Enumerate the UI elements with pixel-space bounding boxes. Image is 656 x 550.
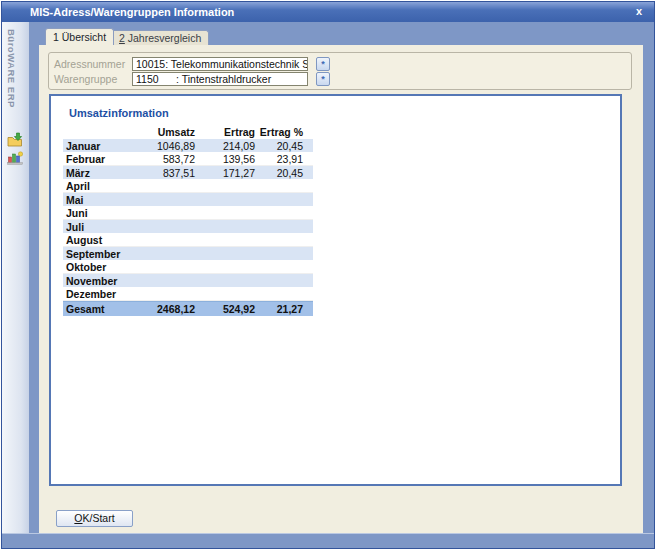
warengruppe-label: Warengruppe [54,73,132,85]
month-cell: Februar [63,153,141,165]
month-cell: April [63,180,141,192]
total-pct-cell: 21,27 [255,303,303,315]
table-row: August [63,233,313,247]
total-label-cell: Gesamt [63,303,141,315]
ertrag-cell: 139,56 [195,153,255,165]
table-row: Dezember [63,287,313,301]
warengruppe-lookup-icon[interactable]: * [316,72,330,86]
filter-groupbox: Adressnummer 10015: Telekommunikationste… [48,52,632,90]
table-row: März 837,51 171,27 20,45 [63,166,313,179]
total-umsatz-cell: 2468,12 [141,303,195,315]
header-ertrag-pct: Ertrag % [255,126,303,138]
table-row: Mai [63,193,313,206]
header-ertrag: Ertrag [195,126,255,138]
ertrag-cell: 214,09 [195,140,255,152]
table-row: April [63,179,313,193]
table-row: September [63,247,313,260]
umsatz-table: Umsatz Ertrag Ertrag % Januar 1046,89 21… [63,124,313,316]
ertrag-cell: 171,27 [195,167,255,179]
month-cell: Dezember [63,288,141,300]
ok-start-button[interactable]: OK/Start [56,510,133,527]
month-cell: Januar [63,140,141,152]
left-sidebar: BüroWARE ERP [2,22,29,533]
folder-import-icon[interactable] [7,132,24,148]
umsatz-cell: 1046,89 [141,140,195,152]
window-title: MIS-Adress/Warengruppen Information [30,6,234,18]
panel-title: Umsatzinformation [69,107,169,119]
app-window: MIS-Adress/Warengruppen Information x Bü… [1,1,655,549]
warengruppe-field[interactable]: 1150 : Tintenstrahldrucker [132,72,308,86]
table-row: Januar 1046,89 214,09 20,45 [63,139,313,152]
pct-cell: 20,45 [255,167,303,179]
table-row: Oktober [63,260,313,274]
close-icon[interactable]: x [633,4,645,18]
total-ertrag-cell: 524,92 [195,303,255,315]
tab-uebersicht[interactable]: 1 Übersicht [45,28,114,45]
main-panel: Adressnummer 10015: Telekommunikationste… [39,45,643,533]
window-titlebar[interactable]: MIS-Adress/Warengruppen Information x [2,2,654,22]
tab-uebersicht-label: 1 Übersicht [53,31,106,43]
content-box: Umsatzinformation Umsatz Ertrag Ertrag %… [49,94,622,486]
sidebar-icon-bar [7,132,25,166]
tab-jahresvergleich-label: Jahresvergleich [125,32,201,44]
chart-icon[interactable] [7,149,24,165]
umsatz-cell: 837,51 [141,167,195,179]
tab-jahresvergleich[interactable]: 2 Jahresvergleich [111,30,209,45]
pct-cell: 20,45 [255,140,303,152]
warengruppe-row: Warengruppe 1150 : Tintenstrahldrucker * [54,72,631,86]
ok-start-mnemonic: O [74,512,82,524]
brand-vertical-label: BüroWARE ERP [6,29,17,139]
table-total-row: Gesamt 2468,12 524,92 21,27 [63,301,313,316]
bottom-frame-highlight [2,533,654,534]
adressnummer-label: Adressnummer [54,58,132,70]
adressnummer-lookup-icon[interactable]: * [316,57,330,71]
table-row: Februar 583,72 139,56 23,91 [63,152,313,166]
table-row: November [63,274,313,287]
umsatz-cell: 583,72 [141,153,195,165]
month-cell: Oktober [63,261,141,273]
month-cell: März [63,167,141,179]
table-header-row: Umsatz Ertrag Ertrag % [63,124,313,139]
table-row: Juli [63,220,313,233]
month-cell: September [63,248,141,260]
month-cell: August [63,234,141,246]
month-cell: Juli [63,221,141,233]
adressnummer-field[interactable]: 10015: Telekommunikationstechnik Seip / … [132,57,308,71]
month-cell: Juni [63,207,141,219]
table-row: Juni [63,206,313,220]
month-cell: November [63,275,141,287]
month-cell: Mai [63,194,141,206]
pct-cell: 23,91 [255,153,303,165]
ok-start-label: K/Start [83,512,115,524]
adressnummer-row: Adressnummer 10015: Telekommunikationste… [54,57,631,71]
header-umsatz: Umsatz [141,126,195,138]
